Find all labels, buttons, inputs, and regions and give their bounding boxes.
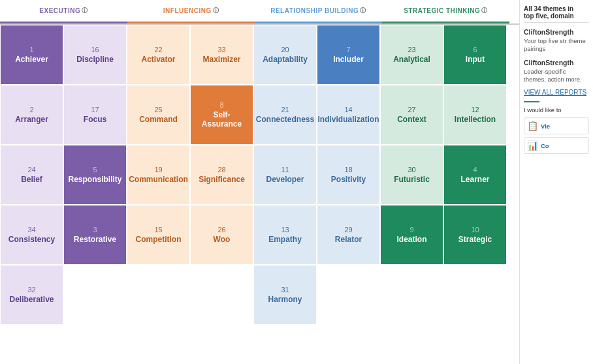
theme-name: Achiever <box>15 55 48 64</box>
theme-cell <box>443 265 507 325</box>
theme-cell[interactable]: 18Positivity <box>317 145 380 205</box>
category-headers: EXECUTING ⓘ INFLUENCING ⓘ RELATIONSHIP B… <box>0 0 519 25</box>
theme-name: Strategic <box>458 235 492 244</box>
theme-cell[interactable]: 22Activator <box>127 25 190 85</box>
strategic-info-icon[interactable]: ⓘ <box>481 7 488 15</box>
theme-name: Belief <box>21 175 42 184</box>
theme-cell[interactable]: 26Woo <box>190 205 253 265</box>
theme-name: Individualization <box>318 115 379 124</box>
theme-name: Woo <box>214 235 231 244</box>
theme-cell[interactable]: 25Command <box>127 85 190 145</box>
col-rel-1: 20Adaptability21Connectedness11Developer… <box>253 25 317 325</box>
strategic-header: STRATEGIC THINKING ⓘ <box>382 0 509 23</box>
col-exec-1: 1Achiever2Arranger24Belief34Consistency3… <box>0 25 63 325</box>
theme-rank: 34 <box>27 226 35 234</box>
theme-name: Includer <box>333 55 364 64</box>
theme-cell[interactable]: 8Self-Assurance <box>190 85 253 145</box>
col-strat-1: 23Analytical27Context30Futuristic9Ideati… <box>380 25 443 325</box>
theme-rank: 12 <box>471 106 479 114</box>
theme-cell[interactable]: 1Achiever <box>0 25 63 85</box>
theme-name: Activator <box>141 55 175 64</box>
theme-rank: 6 <box>473 46 477 53</box>
theme-cell[interactable]: 12Intellection <box>443 85 507 145</box>
theme-cell[interactable]: 7Includer <box>317 25 380 85</box>
theme-name: Consistency <box>8 235 55 244</box>
theme-name: Relator <box>335 235 362 244</box>
theme-rank: 1 <box>29 46 33 53</box>
theme-cell[interactable]: 15Competition <box>127 205 190 265</box>
theme-cell[interactable]: 20Adaptability <box>253 25 317 85</box>
col-infl-2: 33Maximizer8Self-Assurance28Significance… <box>190 25 253 325</box>
theme-cell[interactable]: 11Developer <box>253 145 317 205</box>
sidebar-report1-title: CliftonStrength <box>524 28 589 36</box>
theme-cell[interactable]: 33Maximizer <box>190 25 253 85</box>
col-rel-2: 7Includer14Individualization18Positivity… <box>317 25 380 325</box>
sidebar-action-1[interactable]: 📋 Vie <box>524 117 589 134</box>
main-grid: EXECUTING ⓘ INFLUENCING ⓘ RELATIONSHIP B… <box>0 0 519 364</box>
theme-cell[interactable]: 6Input <box>443 25 507 85</box>
theme-cell[interactable]: 24Belief <box>0 145 63 205</box>
theme-cell <box>380 265 443 325</box>
theme-cell <box>190 265 253 325</box>
relationship-header: RELATIONSHIP BUILDING ⓘ <box>255 0 382 23</box>
executing-info-icon[interactable]: ⓘ <box>82 7 88 15</box>
theme-rank: 19 <box>154 166 162 174</box>
sidebar-all-themes-title: All 34 themes in top five, domain <box>524 5 589 23</box>
theme-cell[interactable]: 21Connectedness <box>253 85 317 145</box>
theme-rank: 22 <box>154 46 162 53</box>
theme-name: Arranger <box>15 115 48 124</box>
theme-name: Ideation <box>396 235 426 244</box>
sidebar-report1-text: Your top five str theme pairings <box>524 37 589 53</box>
theme-rank: 17 <box>91 106 99 114</box>
view-all-reports-link[interactable]: VIEW ALL REPORTS <box>524 89 589 96</box>
theme-rank: 10 <box>471 226 479 234</box>
theme-cell[interactable]: 9Ideation <box>380 205 443 265</box>
theme-cell[interactable]: 28Significance <box>190 145 253 205</box>
sidebar-report2-text: Leader-specific themes, action more. <box>524 68 589 84</box>
theme-cell[interactable]: 30Futuristic <box>380 145 443 205</box>
theme-cell[interactable]: 31Harmony <box>253 265 317 325</box>
sidebar-report1: CliftonStrength Your top five str theme … <box>524 28 589 53</box>
theme-grid: 1Achiever2Arranger24Belief34Consistency3… <box>0 25 519 325</box>
theme-name: Command <box>139 115 178 124</box>
theme-cell[interactable]: 32Deliberative <box>0 265 63 325</box>
theme-cell[interactable]: 5Responsibility <box>63 145 127 205</box>
theme-cell[interactable]: 16Discipline <box>63 25 127 85</box>
theme-cell[interactable]: 13Empathy <box>253 205 317 265</box>
theme-name: Maximizer <box>202 55 240 64</box>
relationship-info-icon[interactable]: ⓘ <box>360 7 366 15</box>
theme-cell[interactable]: 27Context <box>380 85 443 145</box>
theme-cell[interactable]: 14Individualization <box>317 85 380 145</box>
theme-cell[interactable]: 34Consistency <box>0 205 63 265</box>
theme-rank: 30 <box>408 166 415 174</box>
sidebar-action-2[interactable]: 📊 Co <box>524 137 589 154</box>
sidebar-all-themes: All 34 themes in top five, domain <box>524 5 589 23</box>
sidebar: All 34 themes in top five, domain Clifto… <box>519 0 593 364</box>
theme-name: Input <box>466 55 485 64</box>
theme-cell[interactable]: 23Analytical <box>380 25 443 85</box>
theme-rank: 16 <box>91 46 99 53</box>
theme-rank: 11 <box>281 166 289 174</box>
theme-cell[interactable]: 19Communication <box>127 145 190 205</box>
theme-rank: 2 <box>29 106 33 114</box>
theme-cell[interactable]: 29Relator <box>317 205 380 265</box>
theme-cell[interactable]: 3Restorative <box>63 205 127 265</box>
theme-cell[interactable]: 4Learner <box>443 145 507 205</box>
theme-name: Developer <box>266 175 304 184</box>
theme-cell[interactable]: 2Arranger <box>0 85 63 145</box>
sidebar-action-1-label: Vie <box>541 123 550 130</box>
influencing-info-icon[interactable]: ⓘ <box>213 7 219 15</box>
theme-name: Analytical <box>393 55 430 64</box>
theme-rank: 32 <box>27 286 35 294</box>
theme-rank: 33 <box>217 46 225 53</box>
theme-cell[interactable]: 17Focus <box>63 85 127 145</box>
theme-name: Adaptability <box>263 55 308 64</box>
theme-rank: 3 <box>93 226 97 234</box>
sidebar-report2-title: CliftonStrength <box>524 59 589 67</box>
theme-name: Harmony <box>268 295 302 304</box>
theme-rank: 5 <box>93 166 97 174</box>
sidebar-divider <box>524 101 539 102</box>
theme-cell[interactable]: 10Strategic <box>443 205 507 265</box>
sidebar-report2: CliftonStrength Leader-specific themes, … <box>524 59 589 84</box>
theme-cell <box>63 265 127 325</box>
